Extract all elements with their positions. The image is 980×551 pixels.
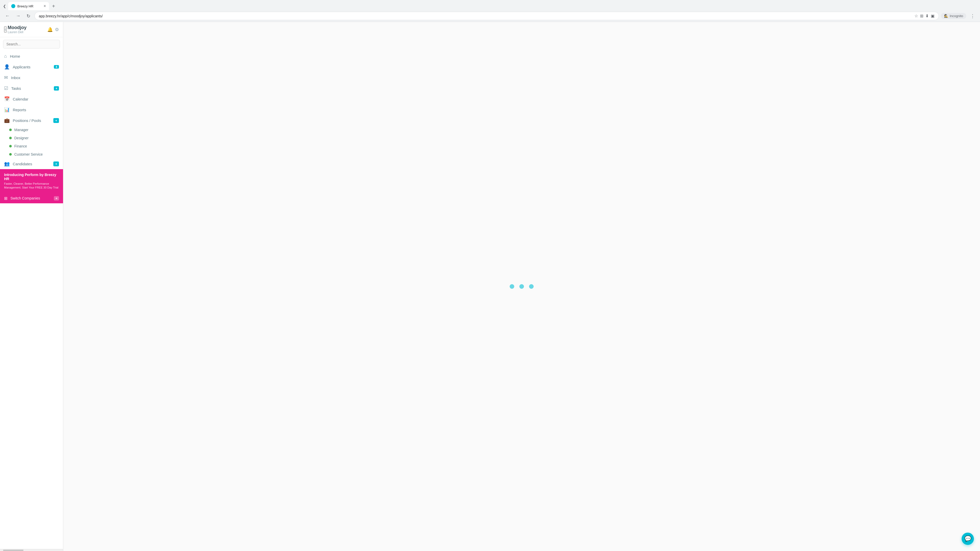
positions-pools-label: Positions / Pools (13, 118, 50, 123)
sidebar-item-designer[interactable]: Designer (0, 134, 63, 142)
tasks-icon: ☑ (4, 86, 8, 91)
browser-chrome: ❮ Breezy HR × + ← → ↻ ☆ ⊞ ⬇ ▣ 🕵 Incognit… (0, 0, 980, 22)
address-bar[interactable]: ☆ ⊞ ⬇ ▣ (35, 12, 939, 20)
loading-indicator (510, 284, 534, 289)
address-bar-icons: ☆ ⊞ ⬇ ▣ (915, 14, 935, 18)
promo-banner[interactable]: Introducing Perform by Breezy HR Faster,… (0, 169, 63, 193)
home-icon: ⌂ (4, 54, 7, 59)
customer-service-status-dot (9, 153, 12, 156)
tab-scroll-left[interactable]: ❮ (2, 3, 7, 9)
search-box (3, 40, 60, 48)
tasks-label: Tasks (11, 86, 51, 91)
sidebar-scroll: ‹ Moodjoy Lauren Dell 🔔 ⚙ ⌂ Home (0, 22, 63, 549)
positions-sub-items: Manager Designer Finance Customer Servic… (0, 126, 63, 159)
applicants-label: Applicants (13, 65, 51, 69)
calendar-label: Calendar (13, 97, 59, 101)
sidebar-item-inbox[interactable]: ✉ Inbox (0, 72, 63, 83)
reload-button[interactable]: ↻ (24, 12, 32, 20)
sidebar-item-applicants[interactable]: 👤 Applicants 4 (0, 62, 63, 72)
sidebar-item-calendar[interactable]: 📅 Calendar (0, 94, 63, 104)
incognito-button[interactable]: 🕵 Incognito (941, 13, 966, 19)
designer-status-dot (9, 137, 12, 139)
user-name: Lauren Dell (8, 30, 47, 34)
active-tab[interactable]: Breezy HR × (8, 2, 49, 10)
loading-dot-1 (510, 284, 514, 289)
customer-service-label: Customer Service (14, 152, 43, 156)
sidebar-item-finance[interactable]: Finance (0, 142, 63, 150)
tab-favicon (11, 4, 15, 8)
manager-status-dot (9, 129, 12, 131)
scrollbar-thumb (3, 550, 24, 551)
app-container: ‹ Moodjoy Lauren Dell 🔔 ⚙ ⌂ Home (0, 22, 980, 551)
tab-title: Breezy HR (18, 4, 41, 8)
sidebar-item-positions-pools[interactable]: 💼 Positions / Pools + (0, 115, 63, 126)
tab-close-button[interactable]: × (44, 4, 46, 8)
loading-dot-2 (519, 284, 524, 289)
chat-widget-icon: 💬 (964, 535, 971, 542)
browser-menu-button[interactable]: ⋮ (968, 12, 977, 20)
designer-label: Designer (14, 136, 29, 140)
positions-pools-badge: + (53, 118, 59, 123)
sidebar-item-candidates[interactable]: 👥 Candidates + (0, 159, 63, 169)
switch-companies-icon: ⊞ (4, 196, 7, 201)
inbox-label: Inbox (11, 76, 59, 80)
reports-label: Reports (13, 108, 59, 112)
sidebar-item-tasks[interactable]: ☑ Tasks + (0, 83, 63, 94)
search-input[interactable] (3, 40, 60, 48)
promo-text: Faster, Cleaner, Better Performance Mana… (4, 182, 59, 190)
applicants-badge: 4 (54, 65, 59, 68)
sidebar-toggle-icon[interactable]: ▣ (931, 14, 935, 18)
candidates-label: Candidates (13, 162, 50, 166)
promo-title: Introducing Perform by Breezy HR (4, 173, 59, 181)
incognito-icon: 🕵 (944, 14, 948, 18)
company-info: Moodjoy Lauren Dell (8, 25, 47, 34)
sidebar-collapse-button[interactable]: ‹ (4, 26, 6, 33)
incognito-label: Incognito (950, 14, 963, 18)
inbox-icon: ✉ (4, 75, 8, 80)
tasks-badge: + (54, 86, 59, 91)
sidebar-scrollbar[interactable] (0, 549, 63, 551)
home-label: Home (10, 54, 59, 59)
settings-icon[interactable]: ⚙ (55, 27, 59, 32)
address-input[interactable] (39, 14, 912, 18)
switch-companies-label: Switch Companies (11, 196, 51, 200)
sidebar-item-reports[interactable]: 📊 Reports (0, 104, 63, 115)
chat-widget-button[interactable]: 💬 (962, 533, 974, 545)
finance-label: Finance (14, 144, 27, 148)
candidates-icon: 👥 (4, 161, 10, 167)
candidates-badge: + (53, 162, 59, 166)
reports-icon: 📊 (4, 107, 10, 113)
sidebar-item-home[interactable]: ⌂ Home (0, 51, 63, 62)
sidebar-item-manager[interactable]: Manager (0, 126, 63, 134)
bookmark-icon[interactable]: ☆ (915, 14, 918, 18)
header-icons: 🔔 ⚙ (47, 27, 59, 32)
main-content (63, 22, 980, 551)
applicants-icon: 👤 (4, 64, 10, 70)
sidebar: ‹ Moodjoy Lauren Dell 🔔 ⚙ ⌂ Home (0, 22, 63, 551)
switch-companies-badge: + (54, 196, 59, 200)
notification-icon[interactable]: 🔔 (47, 27, 53, 32)
positions-pools-icon: 💼 (4, 118, 10, 123)
forward-button[interactable]: → (14, 12, 22, 20)
new-tab-button[interactable]: + (50, 2, 57, 10)
extensions-icon[interactable]: ⊞ (920, 14, 923, 18)
calendar-icon: 📅 (4, 96, 10, 102)
loading-dot-3 (529, 284, 534, 289)
back-button[interactable]: ← (3, 12, 12, 20)
finance-status-dot (9, 145, 12, 148)
company-name: Moodjoy (8, 25, 47, 30)
tab-bar: ❮ Breezy HR × + (0, 0, 980, 10)
switch-companies-button[interactable]: ⊞ Switch Companies + (0, 193, 63, 203)
download-icon[interactable]: ⬇ (925, 14, 929, 18)
sidebar-header: ‹ Moodjoy Lauren Dell 🔔 ⚙ (0, 22, 63, 37)
browser-toolbar: ← → ↻ ☆ ⊞ ⬇ ▣ 🕵 Incognito ⋮ (0, 10, 980, 22)
manager-label: Manager (14, 128, 28, 132)
sidebar-item-customer-service[interactable]: Customer Service (0, 150, 63, 159)
